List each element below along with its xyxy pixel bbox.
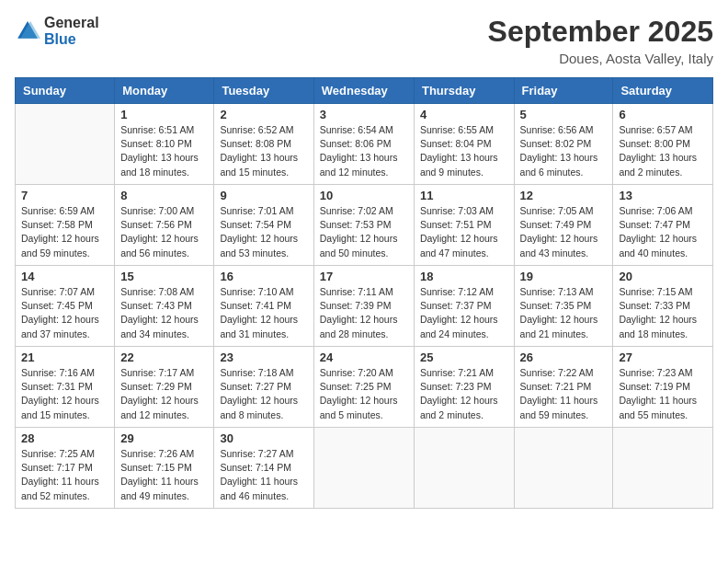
calendar-cell: 4Sunrise: 6:55 AM Sunset: 8:04 PM Daylig…: [414, 104, 514, 185]
calendar-cell: [514, 428, 613, 509]
calendar-cell: 13Sunrise: 7:06 AM Sunset: 7:47 PM Dayli…: [613, 185, 713, 266]
day-number: 2: [220, 108, 307, 121]
calendar-cell: 5Sunrise: 6:56 AM Sunset: 8:02 PM Daylig…: [514, 104, 613, 185]
day-number: 29: [120, 431, 208, 445]
day-info: Sunrise: 7:08 AM Sunset: 7:43 PM Dayligh…: [120, 285, 208, 341]
calendar-cell: 16Sunrise: 7:10 AM Sunset: 7:41 PM Dayli…: [214, 266, 313, 347]
week-row-4: 21Sunrise: 7:16 AM Sunset: 7:31 PM Dayli…: [16, 347, 713, 428]
day-number: 7: [21, 189, 108, 202]
day-number: 21: [21, 350, 108, 364]
day-info: Sunrise: 7:05 AM Sunset: 7:49 PM Dayligh…: [520, 204, 608, 260]
day-info: Sunrise: 7:17 AM Sunset: 7:29 PM Dayligh…: [120, 366, 208, 422]
day-info: Sunrise: 7:26 AM Sunset: 7:15 PM Dayligh…: [120, 447, 208, 503]
calendar-cell: 18Sunrise: 7:12 AM Sunset: 7:37 PM Dayli…: [414, 266, 514, 347]
day-info: Sunrise: 7:00 AM Sunset: 7:56 PM Dayligh…: [120, 204, 208, 260]
logo-blue-text: Blue: [44, 31, 76, 47]
calendar-cell: 17Sunrise: 7:11 AM Sunset: 7:39 PM Dayli…: [313, 266, 414, 347]
calendar-cell: 9Sunrise: 7:01 AM Sunset: 7:54 PM Daylig…: [214, 185, 313, 266]
day-number: 4: [420, 108, 508, 121]
day-info: Sunrise: 7:12 AM Sunset: 7:37 PM Dayligh…: [420, 285, 508, 341]
calendar-cell: 10Sunrise: 7:02 AM Sunset: 7:53 PM Dayli…: [313, 185, 414, 266]
calendar-cell: 21Sunrise: 7:16 AM Sunset: 7:31 PM Dayli…: [16, 347, 115, 428]
weekday-header-tuesday: Tuesday: [214, 78, 313, 104]
day-info: Sunrise: 7:16 AM Sunset: 7:31 PM Dayligh…: [21, 366, 108, 422]
day-number: 17: [320, 270, 408, 283]
day-info: Sunrise: 7:25 AM Sunset: 7:17 PM Dayligh…: [21, 447, 108, 503]
day-info: Sunrise: 6:52 AM Sunset: 8:08 PM Dayligh…: [220, 123, 307, 179]
day-number: 18: [420, 270, 508, 283]
calendar-cell: 1Sunrise: 6:51 AM Sunset: 8:10 PM Daylig…: [115, 104, 214, 185]
calendar-cell: 11Sunrise: 7:03 AM Sunset: 7:51 PM Dayli…: [414, 185, 514, 266]
calendar-cell: [313, 428, 414, 509]
day-info: Sunrise: 7:22 AM Sunset: 7:21 PM Dayligh…: [520, 366, 608, 422]
logo-icon: [15, 18, 40, 44]
day-info: Sunrise: 7:10 AM Sunset: 7:41 PM Dayligh…: [220, 285, 307, 341]
calendar-cell: 19Sunrise: 7:13 AM Sunset: 7:35 PM Dayli…: [514, 266, 613, 347]
day-number: 19: [520, 270, 608, 283]
week-row-1: 1Sunrise: 6:51 AM Sunset: 8:10 PM Daylig…: [16, 104, 713, 185]
weekday-header-friday: Friday: [514, 78, 613, 104]
day-number: 22: [120, 350, 208, 364]
day-number: 28: [21, 431, 108, 445]
month-title: September 2025: [488, 15, 713, 49]
day-info: Sunrise: 6:56 AM Sunset: 8:02 PM Dayligh…: [520, 123, 608, 179]
title-block: September 2025 Doues, Aosta Valley, Ital…: [488, 15, 713, 66]
day-number: 10: [320, 189, 408, 202]
day-number: 30: [220, 431, 307, 445]
calendar-cell: 12Sunrise: 7:05 AM Sunset: 7:49 PM Dayli…: [514, 185, 613, 266]
day-info: Sunrise: 7:03 AM Sunset: 7:51 PM Dayligh…: [420, 204, 508, 260]
day-info: Sunrise: 7:23 AM Sunset: 7:19 PM Dayligh…: [619, 366, 707, 422]
day-info: Sunrise: 7:27 AM Sunset: 7:14 PM Dayligh…: [220, 447, 307, 503]
day-info: Sunrise: 6:55 AM Sunset: 8:04 PM Dayligh…: [420, 123, 508, 179]
weekday-header-row: SundayMondayTuesdayWednesdayThursdayFrid…: [16, 78, 713, 104]
calendar-cell: 30Sunrise: 7:27 AM Sunset: 7:14 PM Dayli…: [214, 428, 313, 509]
day-number: 20: [619, 270, 707, 283]
calendar-cell: 24Sunrise: 7:20 AM Sunset: 7:25 PM Dayli…: [313, 347, 414, 428]
week-row-5: 28Sunrise: 7:25 AM Sunset: 7:17 PM Dayli…: [16, 428, 713, 509]
calendar-cell: 20Sunrise: 7:15 AM Sunset: 7:33 PM Dayli…: [613, 266, 713, 347]
location-text: Doues, Aosta Valley, Italy: [488, 51, 713, 66]
day-info: Sunrise: 6:57 AM Sunset: 8:00 PM Dayligh…: [619, 123, 707, 179]
week-row-2: 7Sunrise: 6:59 AM Sunset: 7:58 PM Daylig…: [16, 185, 713, 266]
day-info: Sunrise: 7:21 AM Sunset: 7:23 PM Dayligh…: [420, 366, 508, 422]
calendar-cell: [16, 104, 115, 185]
day-number: 11: [420, 189, 508, 202]
weekday-header-thursday: Thursday: [414, 78, 514, 104]
day-number: 8: [120, 189, 208, 202]
calendar-cell: 25Sunrise: 7:21 AM Sunset: 7:23 PM Dayli…: [414, 347, 514, 428]
calendar-cell: 27Sunrise: 7:23 AM Sunset: 7:19 PM Dayli…: [613, 347, 713, 428]
day-info: Sunrise: 6:59 AM Sunset: 7:58 PM Dayligh…: [21, 204, 108, 260]
logo-general-text: General: [44, 15, 99, 30]
day-info: Sunrise: 6:51 AM Sunset: 8:10 PM Dayligh…: [120, 123, 208, 179]
day-info: Sunrise: 7:13 AM Sunset: 7:35 PM Dayligh…: [520, 285, 608, 341]
calendar-cell: 8Sunrise: 7:00 AM Sunset: 7:56 PM Daylig…: [115, 185, 214, 266]
weekday-header-wednesday: Wednesday: [313, 78, 414, 104]
day-number: 24: [320, 350, 408, 364]
day-number: 5: [520, 108, 608, 121]
calendar-cell: 2Sunrise: 6:52 AM Sunset: 8:08 PM Daylig…: [214, 104, 313, 185]
weekday-header-saturday: Saturday: [613, 78, 713, 104]
day-info: Sunrise: 6:54 AM Sunset: 8:06 PM Dayligh…: [320, 123, 408, 179]
day-number: 23: [220, 350, 307, 364]
calendar-cell: 26Sunrise: 7:22 AM Sunset: 7:21 PM Dayli…: [514, 347, 613, 428]
week-row-3: 14Sunrise: 7:07 AM Sunset: 7:45 PM Dayli…: [16, 266, 713, 347]
day-number: 9: [220, 189, 307, 202]
weekday-header-sunday: Sunday: [16, 78, 115, 104]
day-number: 26: [520, 350, 608, 364]
day-number: 15: [120, 270, 208, 283]
day-number: 12: [520, 189, 608, 202]
calendar-cell: 3Sunrise: 6:54 AM Sunset: 8:06 PM Daylig…: [313, 104, 414, 185]
day-number: 3: [320, 108, 408, 121]
calendar-cell: 14Sunrise: 7:07 AM Sunset: 7:45 PM Dayli…: [16, 266, 115, 347]
calendar-cell: 23Sunrise: 7:18 AM Sunset: 7:27 PM Dayli…: [214, 347, 313, 428]
calendar-cell: [414, 428, 514, 509]
page-header: General Blue September 2025 Doues, Aosta…: [15, 15, 713, 66]
calendar-cell: [613, 428, 713, 509]
calendar-cell: 22Sunrise: 7:17 AM Sunset: 7:29 PM Dayli…: [115, 347, 214, 428]
logo: General Blue: [15, 15, 99, 48]
day-number: 1: [120, 108, 208, 121]
calendar-cell: 15Sunrise: 7:08 AM Sunset: 7:43 PM Dayli…: [115, 266, 214, 347]
day-info: Sunrise: 7:15 AM Sunset: 7:33 PM Dayligh…: [619, 285, 707, 341]
calendar-cell: 28Sunrise: 7:25 AM Sunset: 7:17 PM Dayli…: [16, 428, 115, 509]
day-info: Sunrise: 7:20 AM Sunset: 7:25 PM Dayligh…: [320, 366, 408, 422]
